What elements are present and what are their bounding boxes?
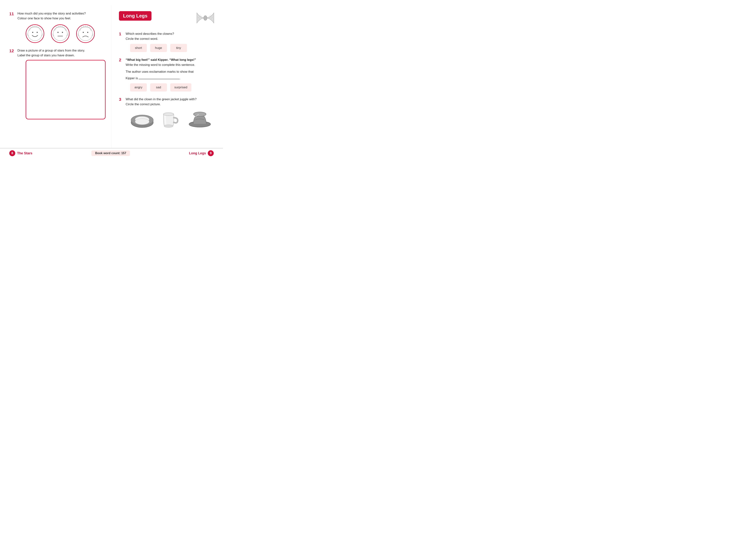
svg-point-35 — [135, 119, 149, 125]
svg-point-6 — [32, 32, 33, 33]
q2-number: 2 — [119, 57, 123, 92]
section-title: Long Legs — [119, 11, 151, 21]
q3-subtext: Circle the correct picture. — [126, 102, 212, 107]
footer-left-page-num: 8 — [9, 150, 15, 156]
svg-line-9 — [56, 26, 57, 28]
svg-point-40 — [194, 112, 206, 116]
q1-option-tiny[interactable]: tiny — [170, 44, 187, 52]
footer-right-page-num: 9 — [208, 150, 214, 156]
object-cup[interactable] — [160, 109, 182, 130]
q2-option-surprised[interactable]: surprised — [170, 83, 191, 91]
footer: 8 The Stars Book word count: 157 Long Le… — [0, 148, 223, 158]
hat-svg — [188, 109, 212, 130]
q2-sentence2: Kipper is. — [126, 76, 196, 81]
q2-options: angry sad surprised — [130, 83, 196, 91]
svg-point-14 — [57, 32, 59, 33]
q2-option-sad[interactable]: sad — [150, 83, 167, 91]
face-happy[interactable] — [26, 24, 44, 43]
faces-row — [26, 24, 95, 43]
q1-number: 1 — [119, 31, 123, 52]
q1-subtext: Circle the correct word. — [126, 36, 187, 41]
right-header-row: Long Legs — [119, 11, 216, 26]
q2-option-angry[interactable]: angry — [130, 83, 147, 91]
q3-number: 3 — [119, 97, 123, 130]
q12-number: 12 — [9, 48, 15, 119]
svg-point-0 — [28, 27, 42, 41]
svg-point-15 — [62, 32, 63, 33]
q2-sentence1: The author uses exclamation marks to sho… — [126, 69, 196, 74]
svg-point-17 — [78, 27, 93, 41]
svg-point-23 — [83, 32, 84, 33]
face-neutral[interactable] — [51, 24, 69, 43]
question-3: 3 What did the clown in the green jacket… — [119, 97, 216, 130]
q1-option-huge[interactable]: huge — [150, 44, 167, 52]
bowtie-svg — [195, 11, 216, 25]
q1-option-short[interactable]: short — [130, 44, 147, 52]
cup-svg — [160, 109, 182, 130]
object-ring[interactable] — [130, 111, 154, 130]
svg-point-38 — [164, 125, 173, 127]
svg-point-25 — [204, 15, 207, 20]
footer-right: Long Legs 9 — [189, 150, 214, 156]
q11-subtext: Colour one face to show how you feel. — [17, 16, 95, 21]
q12-subtext: Label the group of stars you have drawn. — [17, 53, 106, 58]
footer-left-title: The Stars — [17, 151, 32, 155]
question-11: 11 How much did you enjoy the story and … — [9, 11, 104, 43]
q11-number: 11 — [9, 11, 15, 43]
face-sad[interactable] — [76, 24, 95, 43]
question-1: 1 Which word describes the clowns? Circl… — [119, 31, 216, 52]
question-2: 2 “What big feet!” said Kipper. “What lo… — [119, 57, 216, 92]
q1-text: Which word describes the clowns? — [126, 31, 187, 36]
q2-quote: “What big feet!” said Kipper. “What long… — [126, 57, 196, 62]
left-page: 11 How much did you enjoy the story and … — [0, 6, 112, 148]
neutral-face-svg — [52, 25, 68, 42]
draw-box[interactable] — [26, 60, 106, 119]
q3-text: What did the clown in the green jacket j… — [126, 97, 212, 102]
ring-svg — [130, 111, 154, 130]
happy-face-svg — [27, 25, 43, 42]
sad-face-svg — [77, 25, 94, 42]
svg-point-7 — [37, 32, 38, 33]
svg-point-8 — [53, 27, 67, 41]
svg-point-37 — [163, 113, 174, 116]
q2-fill-line[interactable] — [139, 79, 179, 79]
footer-word-count: Book word count: 157 — [92, 151, 130, 156]
svg-line-18 — [81, 26, 82, 28]
bowtie-decoration — [195, 11, 216, 26]
q3-images — [130, 109, 212, 130]
q11-text: How much did you enjoy the story and act… — [17, 11, 95, 16]
svg-line-1 — [31, 26, 31, 28]
svg-point-24 — [87, 32, 88, 33]
question-12: 12 Draw a picture of a group of stars fr… — [9, 48, 104, 119]
footer-right-title: Long Legs — [189, 151, 206, 155]
q12-text: Draw a picture of a group of stars from … — [17, 48, 106, 53]
q2-text: Write the missing word to complete this … — [126, 62, 196, 67]
q1-options: short huge tiny — [130, 44, 187, 52]
right-page: Long Legs — [112, 6, 223, 148]
object-hat[interactable] — [188, 109, 212, 130]
footer-left: 8 The Stars — [9, 150, 32, 156]
